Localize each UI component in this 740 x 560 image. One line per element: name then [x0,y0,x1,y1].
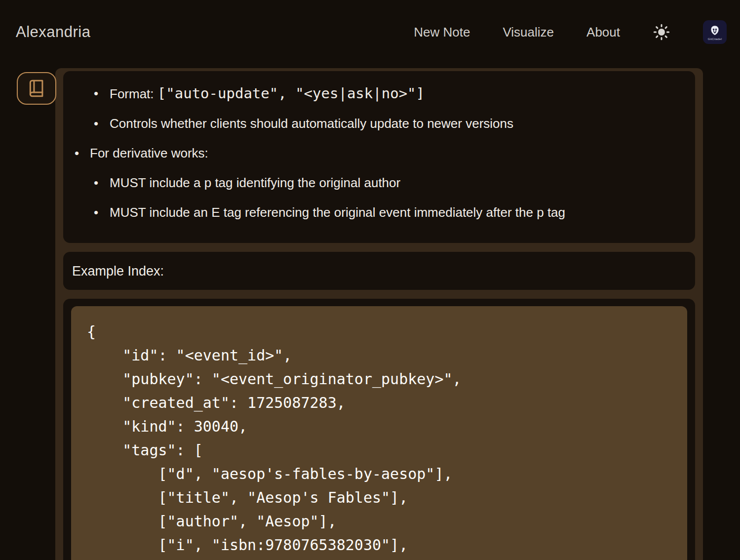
bullet-dot [94,174,110,191]
example-index-card: Example Index: [63,252,695,290]
book-icon [27,79,46,98]
navbar: Alexandria New Note Visualize About [0,0,740,64]
nav-link-new-note[interactable]: New Note [414,25,470,40]
bullet-text: MUST include an E tag referencing the or… [110,204,565,221]
bullet-format: Format: ["auto-update", "<yes|ask|no>"] [63,85,695,102]
gitcitadel-logo[interactable]: GitCitadel [703,20,727,44]
table-of-contents-button[interactable] [17,72,56,105]
bullet-must-e-tag: MUST include an E tag referencing the or… [63,204,695,221]
example-index-label: Example Index: [72,264,164,279]
content-area: Format: ["auto-update", "<yes|ask|no>"] … [55,68,703,560]
nav-link-visualize[interactable]: Visualize [503,25,554,40]
bullet-dot [94,204,110,221]
brand-title[interactable]: Alexandria [16,23,90,41]
nav-links: New Note Visualize About [414,20,727,44]
sun-icon [653,23,670,41]
gitcitadel-shield-icon [708,24,721,37]
bullet-text: Format: ["auto-update", "<yes|ask|no>"] [110,85,425,102]
json-code-block: { "id": "<event_id>", "pubkey": "<event_… [71,306,687,560]
bullet-dot [94,115,110,132]
bullet-derivative-works: For derivative works: [63,145,695,161]
bullet-dot [75,145,90,161]
gitcitadel-logo-label: GitCitadel [708,38,722,40]
bullet-text: Controls whether clients should automati… [110,115,513,132]
bullet-text: MUST include a p tag identifying the ori… [110,174,400,191]
doc-bullets-card: Format: ["auto-update", "<yes|ask|no>"] … [63,71,695,243]
bullet-dot [94,85,110,102]
nav-link-about[interactable]: About [586,25,620,40]
theme-toggle-button[interactable] [653,23,670,41]
bullet-must-p-tag: MUST include a p tag identifying the ori… [63,174,695,191]
example-code-card: { "id": "<event_id>", "pubkey": "<event_… [63,299,695,560]
bullet-controls: Controls whether clients should automati… [63,115,695,132]
inline-code: ["auto-update", "<yes|ask|no>"] [157,85,425,102]
bullet-text: For derivative works: [90,145,208,161]
